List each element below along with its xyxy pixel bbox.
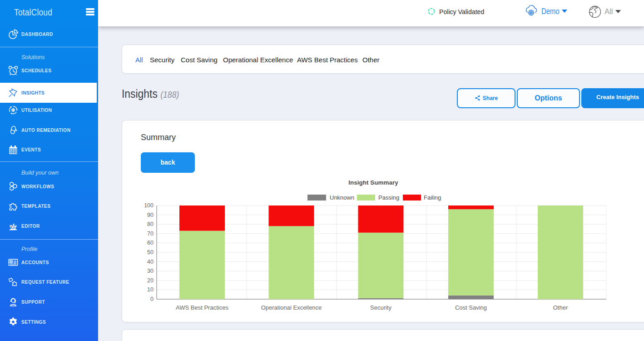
svg-text:10: 10 [147, 286, 154, 293]
svg-text:60: 60 [147, 240, 154, 246]
svg-text:30: 30 [147, 268, 154, 274]
svg-text:Passing: Passing [378, 194, 399, 201]
svg-text:Failing: Failing [424, 194, 441, 201]
svg-text:70: 70 [147, 231, 154, 237]
svg-text:20: 20 [147, 277, 154, 284]
svg-text:50: 50 [147, 249, 154, 256]
svg-text:Cost Saving: Cost Saving [455, 304, 487, 311]
svg-text:0: 0 [150, 296, 154, 302]
svg-text:Other: Other [553, 304, 568, 311]
svg-text:Operational Excellence: Operational Excellence [261, 304, 322, 311]
svg-text:100: 100 [144, 202, 154, 209]
svg-text:40: 40 [147, 259, 154, 265]
svg-text:80: 80 [147, 221, 154, 227]
svg-text:90: 90 [147, 212, 154, 218]
svg-text:Insight Summary: Insight Summary [348, 179, 398, 186]
svg-text:AWS Best Practices: AWS Best Practices [176, 304, 228, 311]
svg-text:Unknown: Unknown [330, 194, 354, 201]
svg-text:Security: Security [370, 304, 391, 311]
